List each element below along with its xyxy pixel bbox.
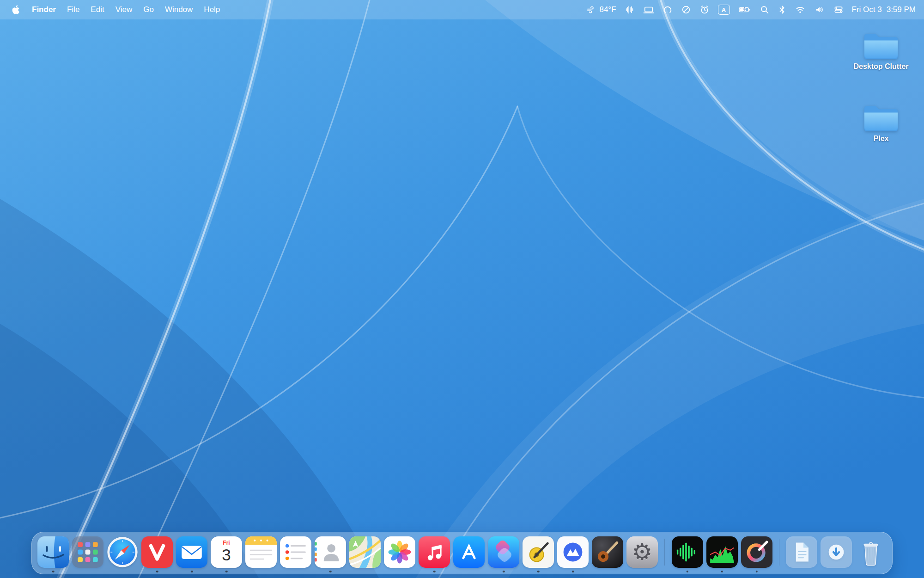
tuner-icon xyxy=(523,536,554,568)
dock-notes[interactable] xyxy=(245,536,277,568)
settings-gear-icon: ⚙ xyxy=(626,536,658,568)
folder-desktop-clutter[interactable]: Desktop Clutter xyxy=(844,31,918,71)
battery-arc-icon xyxy=(663,5,673,15)
input-source-icon: A xyxy=(718,5,730,15)
bluetooth-status-item[interactable] xyxy=(778,0,786,19)
music-note-icon xyxy=(419,536,450,568)
finder-icon xyxy=(37,536,69,568)
display-status-item[interactable] xyxy=(643,0,654,19)
dock-guitar-tuner[interactable] xyxy=(523,536,554,568)
menu-window[interactable]: Window xyxy=(159,0,198,19)
menu-view[interactable]: View xyxy=(110,0,138,19)
alarm-status-item[interactable] xyxy=(699,0,710,19)
dock-audio-tool[interactable] xyxy=(672,536,703,568)
input-source-status-item[interactable]: A xyxy=(718,0,730,19)
dock-vivaldi[interactable] xyxy=(141,536,173,568)
folder-icon xyxy=(862,31,900,61)
dock-system-monitor[interactable] xyxy=(706,536,738,568)
reminders-icon xyxy=(280,536,311,568)
image-editor-icon xyxy=(741,536,772,568)
circle-slash-icon xyxy=(681,5,691,15)
photos-pinwheel-icon xyxy=(384,536,415,568)
contacts-icon xyxy=(315,536,346,568)
mail-icon xyxy=(176,536,207,568)
dock-image-editor[interactable] xyxy=(741,536,772,568)
dock-mail[interactable] xyxy=(176,536,207,568)
search-icon xyxy=(760,5,770,15)
dock-downloads-stack[interactable] xyxy=(821,536,852,568)
battery-charging-icon xyxy=(738,5,751,15)
wifi-status-item[interactable] xyxy=(795,0,806,19)
desktop-wallpaper xyxy=(0,0,924,578)
green-waveform-icon xyxy=(672,536,703,568)
battery-arc-status-item[interactable] xyxy=(663,0,673,19)
menu-bar-status-area: 84°F xyxy=(586,0,924,19)
dock-photos[interactable] xyxy=(384,536,415,568)
dock-shortcuts[interactable] xyxy=(488,536,519,568)
folder-label: Desktop Clutter xyxy=(853,62,908,71)
menu-help[interactable]: Help xyxy=(198,0,225,19)
dock-container: Fri 3 xyxy=(31,532,893,574)
volume-icon xyxy=(814,5,825,15)
calendar-day-name: Fri xyxy=(223,540,230,546)
menu-bar-clock[interactable]: Fri Oct 3 3:59 PM xyxy=(852,0,916,19)
dock-system-settings[interactable]: ⚙ xyxy=(626,536,658,568)
dock-maps[interactable] xyxy=(349,536,381,568)
bluetooth-icon xyxy=(778,5,786,15)
dock-app-store[interactable] xyxy=(453,536,485,568)
menu-finder[interactable]: Finder xyxy=(26,0,61,19)
weather-status-item[interactable]: 84°F xyxy=(586,0,616,19)
apple-menu[interactable] xyxy=(0,0,26,19)
notes-icon xyxy=(245,536,277,568)
wind-icon xyxy=(586,5,596,15)
folder-plex[interactable]: Plex xyxy=(844,103,918,143)
dock-nordvpn[interactable] xyxy=(557,536,589,568)
shortcuts-icon xyxy=(488,536,519,568)
dock-music[interactable] xyxy=(419,536,450,568)
dock-reminders[interactable] xyxy=(280,536,311,568)
folder-label: Plex xyxy=(874,135,889,143)
apple-logo-icon xyxy=(11,5,20,15)
vivaldi-icon xyxy=(141,536,173,568)
menu-edit[interactable]: Edit xyxy=(85,0,109,19)
circle-slash-status-item[interactable] xyxy=(681,0,691,19)
menu-file[interactable]: File xyxy=(61,0,85,19)
dock-separator xyxy=(664,539,665,566)
menu-bar-left: Finder File Edit View Go Window Help xyxy=(0,0,225,19)
calendar-day-number: 3 xyxy=(222,547,231,563)
control-center-status-item[interactable] xyxy=(833,0,844,19)
clock-date: Fri Oct 3 xyxy=(852,5,882,14)
dock: Fri 3 xyxy=(31,532,893,574)
volume-status-item[interactable] xyxy=(814,0,825,19)
dock-safari[interactable] xyxy=(107,536,138,568)
wifi-icon xyxy=(795,5,806,15)
download-arrow-icon xyxy=(821,536,852,568)
activity-graph-icon xyxy=(706,536,738,568)
document-icon xyxy=(786,536,817,568)
trash-icon xyxy=(855,536,887,568)
macos-desktop: Finder File Edit View Go Window Help 84°… xyxy=(0,0,924,578)
calendar-icon: Fri 3 xyxy=(211,536,242,568)
safari-compass-icon xyxy=(107,536,138,568)
nordvpn-icon xyxy=(557,536,589,568)
dock-calendar[interactable]: Fri 3 xyxy=(211,536,242,568)
audio-app-status-item[interactable] xyxy=(625,0,635,19)
weather-temp: 84°F xyxy=(599,5,616,14)
dock-garageband[interactable] xyxy=(592,536,623,568)
display-icon xyxy=(643,5,654,15)
folder-icon xyxy=(862,103,900,133)
maps-icon xyxy=(349,536,381,568)
clock-time: 3:59 PM xyxy=(887,5,916,14)
battery-status-item[interactable] xyxy=(738,0,751,19)
dock-finder[interactable] xyxy=(37,536,69,568)
menu-go[interactable]: Go xyxy=(138,0,159,19)
dock-launchpad[interactable] xyxy=(72,536,103,568)
app-store-icon xyxy=(453,536,485,568)
dock-documents-stack[interactable] xyxy=(786,536,817,568)
menu-bar: Finder File Edit View Go Window Help 84°… xyxy=(0,0,924,19)
spotlight-status-item[interactable] xyxy=(760,0,770,19)
garageband-guitar-icon xyxy=(592,536,623,568)
launchpad-icon xyxy=(72,536,103,568)
dock-contacts[interactable] xyxy=(315,536,346,568)
dock-trash[interactable] xyxy=(855,536,887,568)
